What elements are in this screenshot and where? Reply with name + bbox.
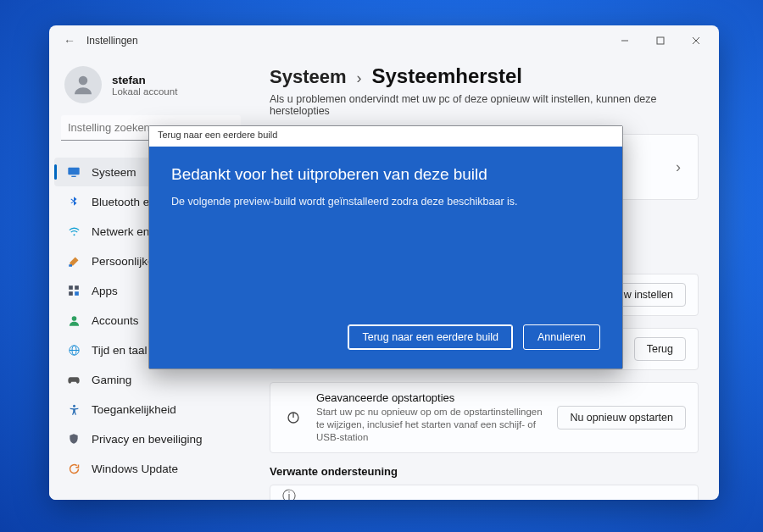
close-button[interactable] [678,29,714,53]
svg-point-7 [73,234,75,236]
minimize-button[interactable] [607,29,643,53]
sidebar-item-privacy[interactable]: Privacy en beveiliging [54,424,248,453]
page-description: Als u problemen ondervindt met uw pc of … [270,93,699,117]
display-icon [66,164,81,180]
sidebar-item-label: Netwerk en i [92,225,155,238]
sidebar-item-label: Toegankelijkheid [92,403,176,416]
chevron-right-icon: › [671,158,686,176]
svg-rect-9 [69,285,73,290]
sidebar-item-gaming[interactable]: Gaming [54,365,248,394]
accessibility-icon [66,402,81,417]
avatar [64,66,102,103]
card-title: Geavanceerde opstartopties [316,391,545,404]
sidebar-item-label: Tijd en taal [92,344,148,357]
person-icon [66,313,81,328]
gamepad-icon [66,372,81,387]
dialog-title: Terug naar een eerdere build [149,126,622,147]
update-icon [66,461,81,476]
go-back-button[interactable]: Terug [634,337,686,361]
restart-now-button[interactable]: Nu opnieuw opstarten [557,406,686,429]
page-title: Systeemherstel [372,64,522,88]
sidebar-item-label: Systeem [92,166,136,179]
svg-point-13 [71,316,76,321]
go-back-confirm-button[interactable]: Terug naar een eerdere build [348,324,513,350]
svg-rect-12 [75,291,79,296]
maximize-button[interactable] [643,29,678,53]
help-icon: ⓘ [282,488,296,500]
sidebar-item-windows-update[interactable]: Windows Update [54,454,248,483]
breadcrumb-parent[interactable]: Systeem [270,66,347,88]
sidebar-item-label: Gaming [92,374,131,386]
wifi-icon [66,224,81,239]
breadcrumb: Systeem › Systeemherstel [270,64,699,88]
sidebar-item-label: Apps [92,285,118,297]
user-name: stefan [112,74,177,86]
sidebar-item-accessibility[interactable]: Toegankelijkheid [54,395,248,424]
profile-block[interactable]: stefan Lokaal account [49,61,253,115]
dialog-go-back: Terug naar een eerdere build Bedankt voo… [148,125,623,369]
svg-point-17 [73,404,75,407]
user-account-type: Lokaal account [112,86,177,97]
globe-icon [66,342,81,357]
dialog-body-text: De volgende preview-build wordt geïnstal… [171,196,600,208]
svg-rect-8 [69,264,72,267]
cancel-button[interactable]: Annuleren [523,324,600,350]
shield-icon [66,431,81,446]
svg-rect-1 [657,37,664,44]
card-advanced-startup: Geavanceerde opstartopties Start uw pc n… [270,382,699,453]
section-heading-related: Verwante ondersteuning [270,465,699,478]
svg-rect-11 [69,291,73,296]
dialog-heading: Bedankt voor het uitproberen van deze bu… [171,165,600,184]
card-related-support[interactable]: ⓘ [270,485,699,500]
svg-rect-6 [71,176,75,177]
bluetooth-icon [66,194,81,209]
sidebar-item-label: Persoonlijke [92,255,154,268]
apps-icon [66,283,81,298]
sidebar-item-label: Privacy en beveiliging [92,433,203,446]
svg-rect-5 [68,168,79,175]
power-icon [282,410,304,425]
titlebar: ← Instellingen [49,25,719,56]
sidebar-item-label: Windows Update [92,463,178,475]
chevron-right-icon: › [357,69,362,87]
card-description: Start uw pc nu opnieuw op om de opstarti… [316,406,545,444]
brush-icon [66,253,81,269]
window-title: Instellingen [86,35,138,47]
svg-point-4 [79,76,88,86]
svg-rect-10 [75,285,79,290]
sidebar-item-label: Bluetooth en [92,196,156,208]
sidebar-item-label: Accounts [92,314,139,327]
back-button[interactable]: ← [59,34,80,47]
